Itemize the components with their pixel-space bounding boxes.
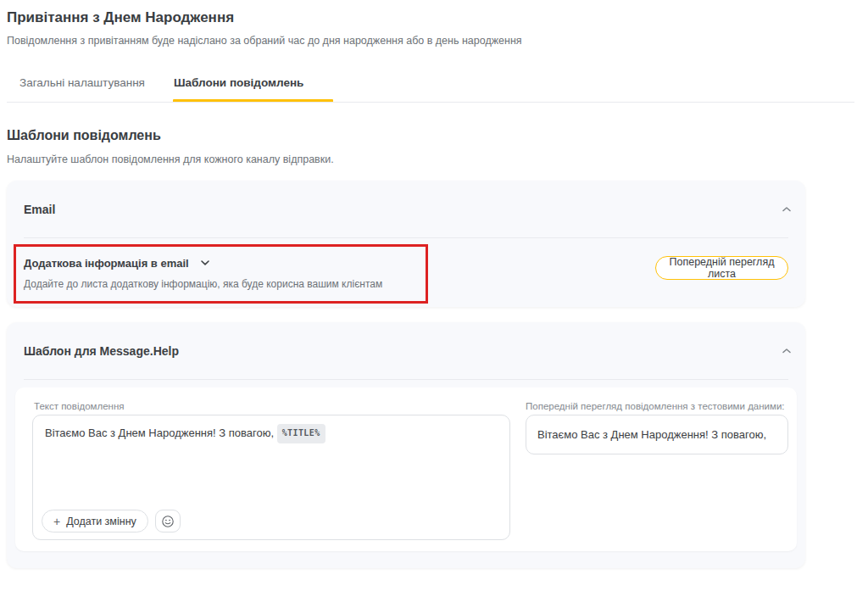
page-title: Привітання з Днем Народження <box>7 9 234 26</box>
emoji-picker-button[interactable] <box>155 510 181 532</box>
additional-info-description: Додайте до листа додаткову інформацію, я… <box>24 278 382 290</box>
template-card-title: Шаблон для Message.Help <box>24 344 179 358</box>
page-description: Повідомлення з привітанням буде надіслан… <box>7 35 522 47</box>
preview-message-box: Вітаємо Вас з Днем Народження! З повагою… <box>526 415 788 454</box>
section-title: Шаблони повідомлень <box>7 128 161 143</box>
preview-label: Попередній перегляд повідомлення з тесто… <box>526 401 785 411</box>
message-text-label: Текст повідомлення <box>34 401 124 411</box>
preview-message-text: Вітаємо Вас з Днем Народження! З повагою… <box>537 428 766 441</box>
message-text: Вітаємо Вас з Днем Народження! З повагою… <box>45 427 274 439</box>
chevron-down-icon[interactable] <box>200 259 210 266</box>
additional-info-title: Додаткова інформація в email <box>24 257 189 270</box>
editor-actions: + Додати змінну <box>42 510 181 532</box>
chevron-up-icon[interactable] <box>782 206 792 213</box>
template-card-divider <box>24 379 788 380</box>
smiley-icon <box>161 515 175 528</box>
variable-chip-title[interactable]: %TITLE% <box>277 424 326 443</box>
plus-icon: + <box>53 515 60 528</box>
message-text-input[interactable]: Вітаємо Вас з Днем Народження! З повагою… <box>32 415 510 540</box>
message-text-content[interactable]: Вітаємо Вас з Днем Народження! З повагою… <box>45 424 494 443</box>
section-subtitle: Налаштуйте шаблон повідомлення для кожно… <box>7 153 334 165</box>
add-variable-button[interactable]: + Додати змінну <box>42 510 148 532</box>
tab-general-settings[interactable]: Загальні налаштування <box>19 76 145 89</box>
email-card-title: Email <box>24 203 55 216</box>
tabs-divider <box>7 102 854 103</box>
tab-message-templates[interactable]: Шаблони повідомлень <box>174 76 303 89</box>
email-card-divider <box>24 237 788 238</box>
preview-letter-button[interactable]: Попередній перегляд листа <box>655 256 788 280</box>
add-variable-label: Додати змінну <box>66 516 136 527</box>
additional-info-toggle[interactable]: Додаткова інформація в email <box>24 257 210 270</box>
chevron-up-icon[interactable] <box>782 348 792 354</box>
